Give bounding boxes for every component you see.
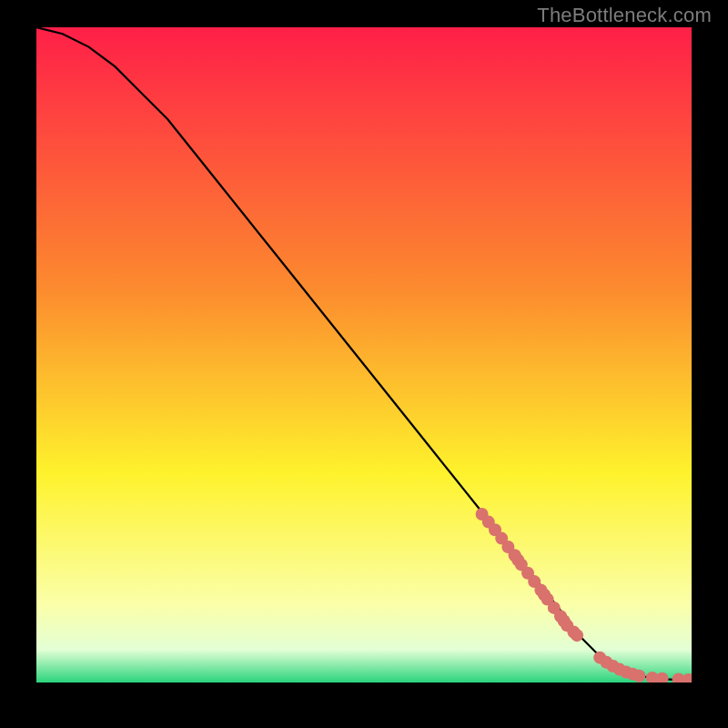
gradient-background [36, 27, 692, 682]
data-marker [632, 670, 645, 682]
data-marker [571, 629, 583, 642]
watermark-text: TheBottleneck.com [537, 4, 712, 27]
chart-svg [36, 27, 692, 682]
chart-stage: TheBottleneck.com [0, 0, 728, 728]
chart-plot-area [36, 27, 692, 682]
